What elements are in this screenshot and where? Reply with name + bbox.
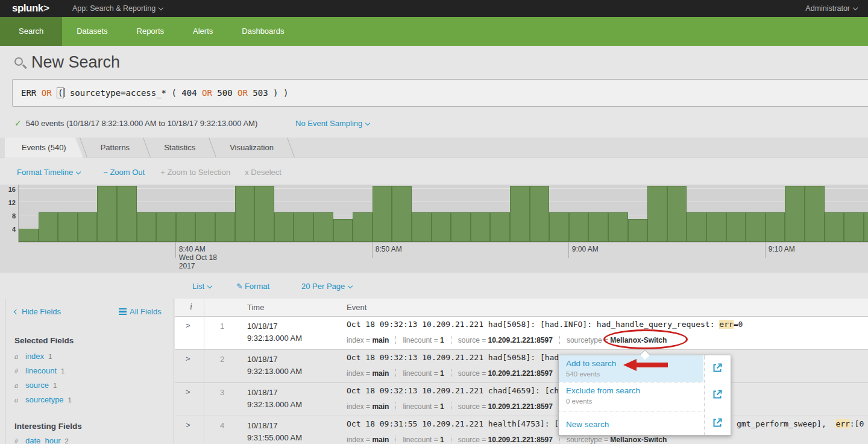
timeline-bar[interactable] (78, 212, 98, 243)
timeline-bar[interactable] (706, 212, 726, 243)
event-field-value[interactable]: Mellanox-Switch (610, 436, 667, 444)
timeline-bar[interactable] (746, 212, 766, 243)
field-name-link[interactable]: linecount (25, 366, 57, 375)
hide-fields-link[interactable]: Hide Fields (14, 307, 61, 316)
timeline-bar[interactable] (608, 212, 628, 243)
event-raw-text[interactable]: Oct 18 09:32:13 10.209.21.221 chad[4659]… (347, 386, 578, 395)
tab-events-540-[interactable]: Events (540) (5, 138, 83, 157)
timeline-bar[interactable] (785, 186, 805, 243)
app-menu[interactable]: App: Search & Reporting (72, 4, 163, 13)
timeline-bar[interactable] (687, 212, 706, 243)
per-page-menu[interactable]: 20 Per Page (301, 282, 352, 291)
user-menu[interactable]: Administrator (805, 4, 857, 13)
expand-event-icon[interactable]: > (186, 387, 190, 396)
event-field-value[interactable]: 1 (440, 402, 444, 411)
search-query-input[interactable]: ERR OR ( sourcetype=access_* ( 404 OR 50… (21, 88, 288, 98)
timeline-bar[interactable] (353, 212, 373, 243)
expand-event-icon[interactable]: > (186, 354, 190, 363)
expand-event-icon[interactable]: > (186, 321, 190, 330)
timeline-bar[interactable] (588, 212, 608, 243)
format-menu[interactable]: ✎Format (236, 282, 269, 291)
field-name-link[interactable]: date_hour (25, 436, 61, 444)
splunk-logo[interactable]: splunk> (12, 2, 49, 14)
event-field-value[interactable]: 1 (440, 369, 444, 378)
timeline-bar[interactable] (117, 186, 137, 243)
timeline-bar[interactable] (19, 229, 39, 242)
event-raw-text[interactable]: Oct 18 09:31:55 10.209.21.221 health[475… (347, 419, 578, 428)
timeline-plot-area[interactable] (18, 185, 868, 243)
open-in-new-icon[interactable] (712, 389, 723, 400)
event-field-value[interactable]: main (372, 436, 389, 444)
list-view-menu[interactable]: List (192, 282, 212, 291)
timeline-bar[interactable] (471, 212, 491, 243)
event-field-value[interactable]: 10.209.21.221:8597 (488, 436, 553, 444)
timeline-bar[interactable] (313, 212, 333, 243)
timeline-bar[interactable] (137, 212, 157, 243)
expand-event-icon[interactable]: > (186, 420, 190, 430)
timeline-bar[interactable] (549, 212, 569, 243)
event-field-value[interactable]: 10.209.21.221:8597 (488, 336, 553, 344)
search-bar[interactable]: ERR OR ( sourcetype=access_* ( 404 OR 50… (12, 79, 868, 107)
timeline-bar[interactable] (726, 212, 746, 243)
tab-patterns[interactable]: Patterns (84, 138, 146, 157)
field-name-link[interactable]: index (25, 352, 44, 361)
zoom-to-selection-button[interactable]: + Zoom to Selection (160, 168, 230, 177)
timeline-bar[interactable] (667, 186, 687, 243)
event-field-value[interactable]: main (372, 369, 389, 378)
timeline-bar[interactable] (825, 212, 844, 243)
zoom-out-button[interactable]: − Zoom Out (103, 168, 145, 177)
open-in-new-icon[interactable] (712, 363, 723, 373)
event-field-value[interactable]: 1 (440, 436, 444, 444)
timeline-bar[interactable] (451, 212, 471, 243)
timeline-bar[interactable] (294, 212, 313, 243)
deselect-button[interactable]: x Deselect (245, 168, 281, 177)
timeline-bar[interactable] (844, 212, 864, 243)
timeline-bar[interactable] (530, 186, 550, 243)
timeline-bar[interactable] (195, 212, 215, 243)
popup-item-exclude-from-search[interactable]: Exclude from search0 events (559, 382, 703, 411)
nav-item-datasets[interactable]: Datasets (62, 17, 122, 46)
event-raw-text[interactable]: Oct 18 09:32:13 10.209.21.221 had[5058]:… (347, 320, 743, 329)
event-field-value[interactable]: main (372, 336, 389, 344)
timeline-bar[interactable] (647, 186, 667, 243)
all-fields-link[interactable]: All Fields (119, 307, 162, 316)
timeline-bar[interactable] (432, 212, 451, 243)
event-field-value[interactable]: 1 (440, 336, 444, 344)
timeline-bar[interactable] (569, 212, 589, 243)
field-name-link[interactable]: source (25, 381, 49, 390)
timeline-bar[interactable] (392, 186, 412, 243)
timeline-bar[interactable] (58, 212, 78, 243)
timeline-bar[interactable] (333, 219, 353, 243)
timeline-bar[interactable] (156, 212, 176, 243)
field-name-link[interactable]: sourcetype (25, 395, 64, 404)
timeline-bar[interactable] (412, 212, 432, 243)
timeline-bar[interactable] (254, 186, 274, 243)
nav-item-alerts[interactable]: Alerts (178, 17, 227, 46)
nav-item-search[interactable]: Search (0, 17, 62, 46)
format-timeline-menu[interactable]: Format Timeline (17, 168, 80, 177)
event-field-value[interactable]: 10.209.21.221:8597 (488, 369, 553, 378)
timeline-bar[interactable] (97, 186, 117, 243)
timeline-bar[interactable] (39, 212, 58, 243)
open-in-new-icon[interactable] (712, 417, 723, 428)
timeline-bar[interactable] (766, 212, 785, 243)
event-field-value[interactable]: 10.209.21.221:8597 (488, 402, 553, 411)
timeline-bar[interactable] (864, 212, 868, 243)
nav-item-reports[interactable]: Reports (122, 17, 179, 46)
tab-statistics[interactable]: Statistics (147, 138, 212, 157)
event-field-value[interactable]: main (372, 402, 389, 411)
event-raw-text[interactable]: Oct 18 09:32:13 10.209.21.221 had[5058]:… (347, 353, 578, 362)
timeline-bar[interactable] (176, 212, 196, 243)
event-sampling-menu[interactable]: No Event Sampling (295, 119, 370, 128)
timeline-bar[interactable] (628, 219, 648, 243)
timeline-bar[interactable] (373, 186, 392, 243)
popup-item-new-search[interactable]: New search (559, 411, 703, 436)
tab-visualization[interactable]: Visualization (213, 138, 291, 157)
timeline-bar[interactable] (805, 186, 825, 243)
timeline-bar[interactable] (510, 186, 530, 243)
timeline-bar[interactable] (235, 186, 255, 243)
timeline-bar[interactable] (274, 212, 294, 243)
nav-item-dashboards[interactable]: Dashboards (227, 17, 298, 46)
timeline-bar[interactable] (215, 212, 235, 243)
timeline-bar[interactable] (490, 212, 510, 243)
